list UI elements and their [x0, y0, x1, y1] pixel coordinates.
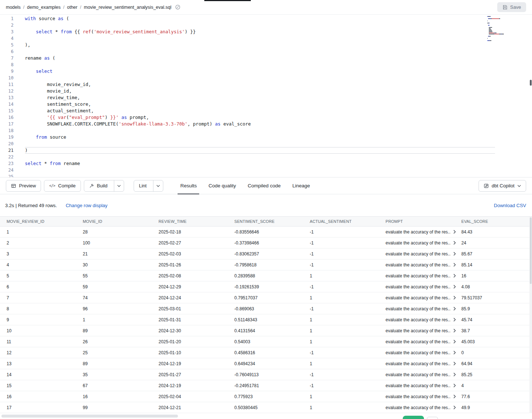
cell-actual_sentiment: -1	[310, 284, 386, 289]
results-vertical-scrollbar-thumb[interactable]	[530, 217, 532, 284]
code-line[interactable]: from source	[25, 134, 495, 141]
code-line[interactable]	[25, 173, 495, 177]
code-line[interactable]: with source as (	[25, 15, 495, 22]
cell-actual_sentiment: -1	[310, 229, 386, 235]
breadcrumb-item: demo_examples	[27, 5, 61, 10]
prompt-text: evaluate the accuracy of the res...	[386, 372, 451, 377]
preview-button[interactable]: Preview	[6, 180, 41, 192]
code-line[interactable]: select * from {{ ref('movie_review_senti…	[25, 29, 495, 35]
bottom-widget-partial[interactable]	[427, 417, 438, 419]
expand-prompt-icon[interactable]	[453, 307, 456, 311]
cell-movie_review_id: 12	[7, 350, 83, 355]
cell-sentiment_score: -0.869063	[234, 306, 310, 311]
code-line[interactable]	[25, 35, 495, 42]
expand-prompt-icon[interactable]	[453, 241, 456, 245]
code-line[interactable]	[25, 167, 495, 173]
change-row-display-link[interactable]: Change row display	[66, 203, 107, 208]
cell-sentiment_score: 0.50380445	[234, 405, 310, 410]
expand-prompt-icon[interactable]	[453, 394, 456, 399]
save-label: Save	[510, 4, 521, 10]
code-line[interactable]	[25, 48, 495, 55]
breadcrumb-separator: /	[63, 5, 64, 10]
tab-lineage[interactable]: Lineage	[287, 177, 316, 194]
expand-prompt-icon[interactable]	[453, 274, 456, 278]
expand-prompt-icon[interactable]	[453, 373, 456, 377]
lint-dropdown-button[interactable]	[153, 180, 163, 191]
editor-scrollbar[interactable]	[529, 15, 532, 177]
line-number: 2	[0, 22, 17, 29]
expand-prompt-icon[interactable]	[453, 340, 456, 344]
save-button[interactable]: Save	[497, 2, 526, 12]
cell-movie_id: 89	[83, 361, 159, 366]
code-line[interactable]	[25, 154, 495, 160]
table-row: 7742024-12-240.795170371evaluate the acc…	[0, 292, 532, 303]
tab-compiled-code[interactable]: Compiled code	[242, 177, 286, 194]
query-status: 3.2s | Returned 49 rows.	[5, 203, 57, 208]
expand-prompt-icon[interactable]	[453, 252, 456, 256]
cell-prompt: evaluate the accuracy of the res...	[386, 383, 461, 388]
expand-prompt-icon[interactable]	[453, 329, 456, 333]
expand-prompt-icon[interactable]	[453, 384, 456, 388]
line-number: 8	[0, 61, 17, 68]
build-dropdown-button[interactable]	[114, 180, 124, 191]
lint-button[interactable]: Lint	[134, 180, 150, 191]
editor-scrollbar-thumb[interactable]	[530, 80, 532, 86]
tab-code-quality[interactable]: Code quality	[202, 177, 242, 194]
cell-sentiment_score: -0.7958618	[234, 262, 310, 268]
code-content[interactable]: with source as ( select * from {{ ref('m…	[17, 15, 495, 177]
code-line[interactable]: review_time,	[25, 94, 495, 101]
build-button[interactable]: Build	[84, 180, 111, 191]
prompt-text: evaluate the accuracy of the res...	[386, 317, 451, 322]
expand-prompt-icon[interactable]	[453, 351, 456, 355]
results-vertical-scrollbar[interactable]	[529, 217, 532, 413]
code-line[interactable]: movie_review_id,	[25, 81, 495, 88]
code-line[interactable]: '{{ var("eval_prompt") }}' as prompt,	[25, 114, 495, 121]
cell-actual_sentiment: -1	[310, 372, 386, 377]
code-editor[interactable]: 1234567891011121314151617181920212223242…	[0, 15, 532, 177]
line-number: 4	[0, 35, 17, 42]
cell-eval_score: 45.003	[461, 339, 532, 344]
cell-actual_sentiment: -1	[310, 383, 386, 388]
cell-eval_score: 79.517037	[461, 295, 532, 300]
code-line[interactable]: select	[25, 68, 495, 75]
code-line[interactable]: )	[25, 147, 495, 154]
chat-button-partial[interactable]	[403, 416, 424, 419]
code-line[interactable]: movie_id,	[25, 88, 495, 94]
column-header-actual_sentiment: ACTUAL_SENTIMENT	[310, 219, 386, 224]
minimap[interactable]	[487, 16, 524, 46]
expand-prompt-icon[interactable]	[453, 230, 456, 234]
preview-table-icon	[11, 183, 16, 188]
expand-prompt-icon[interactable]	[453, 285, 456, 289]
expand-prompt-icon[interactable]	[453, 362, 456, 366]
compile-button[interactable]: </> Compile	[44, 180, 81, 192]
code-line[interactable]	[25, 141, 495, 147]
expand-prompt-icon[interactable]	[453, 318, 456, 322]
chevron-down-icon	[517, 185, 521, 187]
expand-prompt-icon[interactable]	[453, 296, 456, 300]
prompt-text: evaluate the accuracy of the res...	[386, 350, 451, 355]
cell-actual_sentiment: -1	[310, 306, 386, 311]
code-line[interactable]: ),	[25, 42, 495, 48]
cell-movie_id: 89	[83, 328, 159, 333]
dbt-copilot-button[interactable]: dbt Copilot	[479, 180, 526, 192]
horizontal-scrollbar[interactable]	[1, 415, 178, 418]
expand-prompt-icon[interactable]	[453, 405, 456, 409]
code-line[interactable]	[25, 75, 495, 81]
tab-results[interactable]: Results	[174, 177, 202, 194]
code-line[interactable]	[25, 61, 495, 68]
code-line[interactable]: sentiment_score,	[25, 101, 495, 108]
cell-sentiment_score: 0.2839588	[234, 273, 310, 278]
expand-prompt-icon[interactable]	[453, 263, 456, 267]
copilot-label: dbt Copilot	[492, 183, 514, 188]
cell-sentiment_score: 0.775923	[234, 394, 310, 399]
cell-movie_id: 26	[83, 339, 159, 344]
code-line[interactable]: select * from rename	[25, 160, 495, 167]
code-line[interactable]: rename as (	[25, 55, 495, 61]
download-csv-link[interactable]: Download CSV	[494, 203, 527, 208]
code-line[interactable]	[25, 22, 495, 29]
code-line[interactable]: actual_sentiment,	[25, 108, 495, 114]
line-number: 6	[0, 48, 17, 55]
line-number: 24	[0, 167, 17, 173]
code-line[interactable]: SNOWFLAKE.CORTEX.COMPLETE('snowflake-lla…	[25, 121, 495, 127]
code-line[interactable]	[25, 127, 495, 134]
